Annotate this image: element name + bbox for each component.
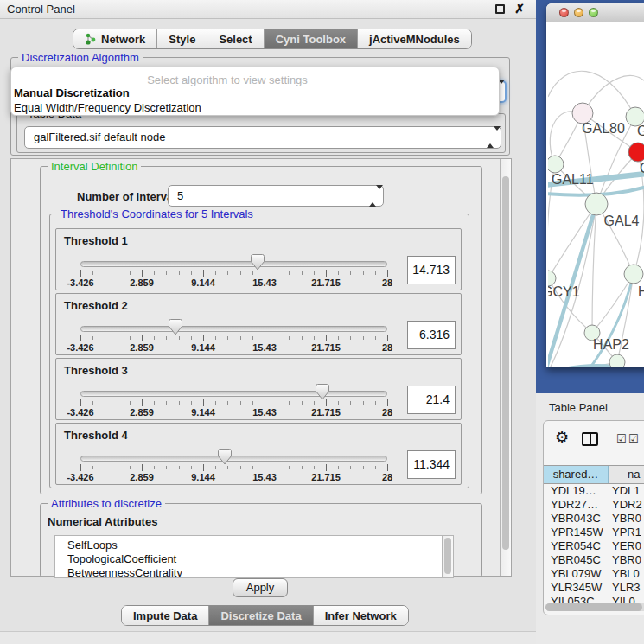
tick-mark xyxy=(154,271,155,275)
tab-cyni-toolbox[interactable]: Cyni Toolbox xyxy=(264,29,357,48)
window-minimize-traffic-light[interactable] xyxy=(574,8,583,17)
tick-mark xyxy=(350,271,351,275)
tick-mark xyxy=(166,466,167,469)
tick-mark xyxy=(92,466,93,469)
attribute-list-item[interactable]: SelfLoops xyxy=(67,539,453,552)
number-of-intervals-combobox[interactable]: 5 xyxy=(168,185,384,207)
table-horizontal-scrollbar[interactable] xyxy=(545,603,644,611)
threshold-value-field[interactable]: 21.4 xyxy=(407,386,456,414)
tick-mark xyxy=(387,464,388,471)
table-column-header-name[interactable]: na xyxy=(609,466,644,483)
tick-mark xyxy=(215,271,216,275)
slider-thumb[interactable] xyxy=(316,384,329,400)
tick-mark xyxy=(191,401,192,405)
tab-infer-network[interactable]: Infer Network xyxy=(313,606,408,625)
table-row[interactable]: YLR345WYLR3 xyxy=(544,581,644,595)
tick-label: 21.715 xyxy=(311,342,341,353)
tick-mark xyxy=(227,401,228,405)
attribute-list-item[interactable]: BetweennessCentrality xyxy=(67,566,453,578)
algorithm-option[interactable]: Equal Width/Frequency Discretization xyxy=(14,101,201,114)
threshold-value-field[interactable]: 11.344 xyxy=(407,450,456,479)
algorithm-option[interactable]: Manual Discretization xyxy=(14,86,130,99)
table-data-combobox-value: galFiltered.sif default node xyxy=(34,131,165,143)
table-row[interactable]: YPR145WYPR1 xyxy=(544,526,644,539)
table-data-combobox[interactable]: galFiltered.sif default node xyxy=(24,126,501,149)
table-column-header-shared[interactable]: shared… xyxy=(544,466,609,483)
table-panel-box: ⚙ ☑ ☑ shared… na YDL19…YDL1YDR27…YDR2YBR… xyxy=(543,420,644,615)
tab-style[interactable]: Style xyxy=(156,29,207,48)
tick-mark xyxy=(142,399,143,406)
table-cell-shared-name: YER054C xyxy=(544,539,609,553)
interval-definition-group: Interval Definition Number of Intervals … xyxy=(40,166,482,494)
scrollbar-thumb[interactable] xyxy=(545,603,642,611)
apply-button[interactable]: Apply xyxy=(233,578,288,597)
tab-discretize-data[interactable]: Discretize Data xyxy=(208,606,312,625)
network-node[interactable] xyxy=(585,193,608,215)
window-close-traffic-light[interactable] xyxy=(559,8,569,17)
tick-mark xyxy=(289,271,290,275)
tab-impute-data[interactable]: Impute Data xyxy=(122,606,208,625)
tick-mark xyxy=(154,401,155,405)
table-panel-title: Table Panel xyxy=(549,401,608,414)
tick-mark xyxy=(350,401,351,405)
network-node[interactable] xyxy=(609,354,625,367)
tab-jactivemnodules[interactable]: jActiveMNodules xyxy=(357,29,471,48)
slider-track[interactable] xyxy=(80,456,387,462)
network-node[interactable] xyxy=(628,143,644,162)
table-row[interactable]: YDR27…YDR2 xyxy=(544,498,644,512)
table-row[interactable]: YDL19…YDL1 xyxy=(544,484,644,498)
attributes-scrollbar[interactable] xyxy=(442,536,453,577)
slider-thumb[interactable] xyxy=(218,449,232,465)
tick-mark xyxy=(240,271,241,275)
tick-label: 28 xyxy=(382,407,392,418)
checkbox-icon[interactable]: ☑ xyxy=(628,433,639,444)
threshold-value-field[interactable]: 14.713 xyxy=(407,256,456,284)
tab-label: Network xyxy=(101,33,145,46)
table-data-group: Table Data galFiltered.sif default node xyxy=(16,113,506,153)
network-node-label: GAL80 xyxy=(582,121,625,136)
tab-network[interactable]: Network xyxy=(73,29,156,48)
gear-icon[interactable]: ⚙ xyxy=(555,430,569,445)
window-zoom-traffic-light[interactable] xyxy=(589,8,598,17)
close-icon[interactable]: ✗ xyxy=(514,2,525,16)
network-canvas[interactable]: GAL80GACGAL11GAL4GCY1HHAP2 xyxy=(548,22,644,367)
table-row[interactable]: YBL079WYBL0 xyxy=(544,567,644,581)
scrollbar-thumb[interactable] xyxy=(444,538,451,574)
slider-track[interactable] xyxy=(80,261,387,267)
threshold-panel: Threshold 4-3.4262.8599.14415.4321.71528… xyxy=(55,423,462,485)
columns-icon[interactable] xyxy=(582,432,598,446)
settings-vertical-scrollbar[interactable] xyxy=(500,159,511,576)
table-row[interactable]: YBR043CYBR0 xyxy=(544,512,644,526)
threshold-value-field[interactable]: 6.316 xyxy=(407,321,456,349)
tick-mark xyxy=(314,401,315,405)
scrollbar-thumb[interactable] xyxy=(502,176,509,550)
control-panel-bottom-strip xyxy=(0,631,536,644)
slider-thumb[interactable] xyxy=(251,254,265,271)
tick-mark xyxy=(179,401,180,405)
attribute-list-item[interactable]: TopologicalCoefficient xyxy=(67,552,453,566)
table-header-row: shared… na xyxy=(544,465,644,484)
attributes-group-title: Attributes to discretize xyxy=(48,497,165,510)
numerical-attributes-list[interactable]: SelfLoopsTopologicalCoefficientBetweenne… xyxy=(54,535,454,578)
table-cell-shared-name: YDL19… xyxy=(544,484,609,498)
float-window-icon[interactable] xyxy=(495,4,505,14)
tick-mark xyxy=(118,271,118,275)
network-node[interactable] xyxy=(548,156,564,173)
tick-mark xyxy=(252,336,253,340)
slider-track[interactable] xyxy=(80,326,387,332)
slider-track[interactable] xyxy=(80,391,387,397)
tab-select[interactable]: Select xyxy=(207,29,263,48)
tick-mark xyxy=(314,271,315,275)
table-cell-shared-name: YPR145W xyxy=(544,526,609,539)
tick-mark xyxy=(252,401,253,405)
slider-thumb[interactable] xyxy=(169,319,182,335)
table-row[interactable]: YER054CYER0 xyxy=(544,539,644,553)
tick-mark xyxy=(326,270,327,277)
checkbox-icon[interactable]: ☑ xyxy=(616,433,627,444)
table-row[interactable]: YBR045CYBR0 xyxy=(544,553,644,567)
number-of-intervals-label: Number of Intervals xyxy=(77,190,182,203)
table-row[interactable]: YIL053CYIL0 xyxy=(544,595,644,603)
network-node[interactable] xyxy=(624,265,643,284)
tick-label: 21.715 xyxy=(311,472,341,482)
table-cell-name: YER0 xyxy=(609,539,644,553)
